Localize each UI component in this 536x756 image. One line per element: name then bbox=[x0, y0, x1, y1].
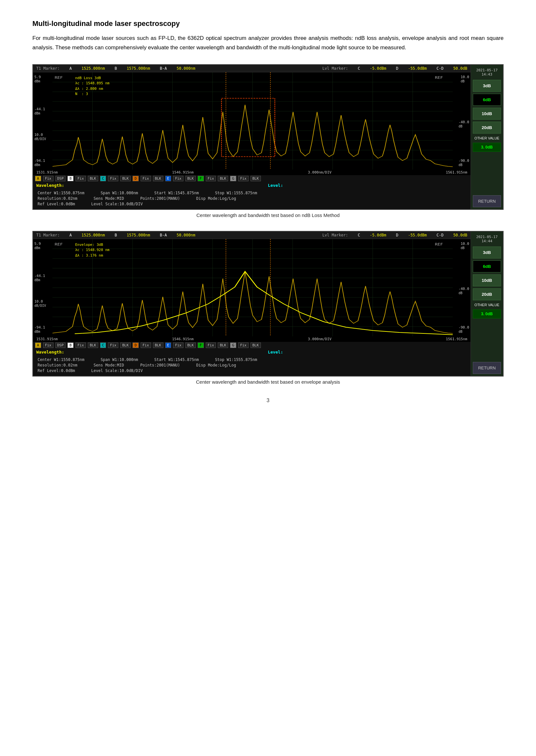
y-axis-left-2: 5.9dBm -44.1dBm 10.0dB/DIV -94.1dBm bbox=[33, 239, 52, 336]
t1-bval-2: 50.000nm bbox=[177, 233, 195, 237]
param-stop: Stop W1:1555.875nm bbox=[215, 191, 257, 195]
marker-g[interactable]: G bbox=[230, 176, 236, 181]
fix-label-2-5: Fix bbox=[173, 342, 184, 348]
lvl-dwl-2: -55.0dBm bbox=[408, 233, 427, 237]
chart-area-2: REF REF Envelope: 3dB λc : 1548.928 nm Δ… bbox=[52, 239, 453, 336]
sidebar-2: 2021-05-17 14:44 3dB 6dB 10dB 20dB OTHER… bbox=[471, 232, 503, 376]
param-stop-2: Stop W1:1555.875nm bbox=[215, 357, 257, 362]
info-line-4: N : 3 bbox=[75, 91, 110, 97]
blk-label-2: BLK bbox=[120, 176, 131, 181]
btn-20db-1[interactable]: 20dB bbox=[473, 122, 501, 134]
screen-header-1: T1 Marker: A 1525.000nm B 1575.000nm B-A… bbox=[33, 65, 471, 72]
fix-label-4: Fix bbox=[141, 176, 151, 181]
t1-bwl-2: 1575.000nm bbox=[127, 233, 150, 237]
lvl-ch-c: C bbox=[358, 66, 360, 71]
param-center-2: Center W1:1550.875nm bbox=[38, 357, 84, 362]
fix-label-2-1: Fix bbox=[43, 342, 53, 348]
svg-text:REF: REF bbox=[55, 243, 63, 246]
lvl-d: D bbox=[396, 66, 398, 71]
t1-b-2: B bbox=[115, 233, 117, 237]
return-btn-2[interactable]: RETURN bbox=[473, 362, 501, 374]
param-span: Span W1:10.000nm bbox=[101, 191, 138, 195]
t1-wl-2: 1525.000nm bbox=[81, 233, 105, 237]
marker-f-2[interactable]: F bbox=[198, 342, 204, 348]
x-left: 1531.915nm bbox=[36, 170, 58, 174]
lvl-dbm: -5.0dBm bbox=[370, 66, 386, 71]
marker-e-2[interactable]: E bbox=[165, 342, 171, 348]
marker-e[interactable]: E bbox=[165, 176, 171, 181]
marker-b[interactable]: B bbox=[67, 176, 74, 181]
y-top-2: 5.9dBm bbox=[34, 242, 51, 250]
btn-3db-2[interactable]: 3dB bbox=[473, 246, 501, 259]
info-line-2-1: Envelope: 3dB bbox=[75, 242, 110, 248]
dsp-label-1: DSP bbox=[55, 176, 66, 181]
lvl-dbm-2: -5.0dBm bbox=[370, 233, 386, 237]
param-start: Start W1:1545.875nm bbox=[154, 191, 199, 195]
yr-mid-2: -40.0dB bbox=[458, 287, 469, 295]
intro-paragraph: For multi-longitudinal mode laser source… bbox=[32, 34, 504, 53]
return-btn-1[interactable]: RETURN bbox=[473, 195, 501, 207]
x-axis-1: 1531.915nm 1546.915nm 3.000nm/DIV 1561.9… bbox=[33, 170, 471, 175]
params-row-2-2: Resolution:0.02nm Sens Mode:MID Points:2… bbox=[38, 363, 466, 368]
param-start-2: Start W1:1545.875nm bbox=[154, 357, 199, 362]
lvl-cd: C-D bbox=[437, 66, 444, 71]
btn-6db-1[interactable]: 6dB bbox=[473, 94, 501, 106]
x-left-2: 1531.915nm bbox=[36, 337, 58, 341]
marker-d[interactable]: D bbox=[133, 176, 139, 181]
fix-label-2-3: Fix bbox=[108, 342, 118, 348]
wavelength-label-2: Wavelength: bbox=[36, 350, 64, 354]
blk-label-2-6: BLK bbox=[251, 342, 261, 348]
blk-label-2-2: BLK bbox=[120, 342, 131, 348]
y-axis-right-1: 10.0dB -40.0dB -90.0dB bbox=[453, 72, 471, 170]
svg-text:REF: REF bbox=[435, 76, 443, 80]
marker-f[interactable]: F bbox=[198, 176, 204, 181]
marker-b-2[interactable]: B bbox=[67, 342, 74, 348]
params-row-2-1: Center W1:1550.875nm Span W1:10.000nm St… bbox=[38, 357, 466, 362]
marker-a-2[interactable]: A bbox=[35, 342, 41, 348]
param-ref: Ref Level:0.0dBm bbox=[38, 202, 75, 206]
param-span-2: Span W1:10.000nm bbox=[101, 357, 138, 362]
marker-g-2[interactable]: G bbox=[230, 342, 236, 348]
date-1: 2021-05-17 14:43 bbox=[473, 67, 501, 78]
y-axis-right-2: 10.0dB -40.0dB -90.0dB bbox=[453, 239, 471, 336]
info-line-2-3: Δλ : 3.176 nm bbox=[75, 253, 110, 259]
date-2: 2021-05-17 14:44 bbox=[473, 234, 501, 244]
params-row-1: Center W1:1550.875nm Span W1:10.000nm St… bbox=[38, 191, 466, 195]
blk-label-3: BLK bbox=[153, 176, 163, 181]
marker-a[interactable]: A bbox=[35, 176, 41, 181]
t1-marker-label: T1 Marker: bbox=[36, 66, 60, 71]
lvl-marker-label: Lvl Marker: bbox=[322, 66, 348, 71]
marker-c-2[interactable]: C bbox=[100, 342, 106, 348]
lvl-dwl: -55.0dBm bbox=[408, 66, 427, 71]
t1-ba-2: B-A bbox=[160, 233, 167, 237]
btn-20db-2[interactable]: 20dB bbox=[473, 288, 501, 300]
param-disp: Disp Mode:Log/Log bbox=[196, 196, 236, 201]
param-points: Points:2001(MANU) bbox=[140, 196, 180, 201]
btn-6db-2[interactable]: 6dB bbox=[473, 261, 501, 272]
param-res-2: Resolution:0.02nm bbox=[38, 363, 78, 368]
btn-3db-1[interactable]: 3dB bbox=[473, 80, 501, 92]
param-level-scale-2: Level Scale:10.0dB/DIV bbox=[91, 369, 143, 373]
btn-10db-2[interactable]: 10dB bbox=[473, 274, 501, 286]
other-label-1: OTHER VALUE bbox=[473, 135, 501, 141]
info-line-2-2: λc : 1548.928 nm bbox=[75, 247, 110, 253]
info-line-1: ndB Loss 3dB bbox=[75, 76, 110, 81]
t1-wl: 1525.000nm bbox=[81, 66, 105, 71]
param-disp-2: Disp Mode:Log/Log bbox=[196, 363, 236, 368]
y-axis-left-1: 5.9dBm -44.1dBm 10.0dB/DIV -94.1dBm bbox=[33, 72, 52, 170]
chart-area-1: REF REF ndB Loss 3dB λc : 1548.895 nm Δλ… bbox=[52, 72, 453, 170]
btn-10db-1[interactable]: 10dB bbox=[473, 108, 501, 120]
marker-c[interactable]: C bbox=[100, 176, 106, 181]
info-overlay-1: ndB Loss 3dB λc : 1548.895 nm Δλ : 2.800… bbox=[75, 76, 110, 97]
marker-bar-1: A Fix DSP B Fix BLK C Fix BLK D Fix BLK … bbox=[33, 175, 471, 182]
fix-label-2-4: Fix bbox=[141, 342, 151, 348]
fix-label-3: Fix bbox=[108, 176, 118, 181]
y-bot-2: -94.1dBm bbox=[34, 325, 51, 334]
blk-label-2-3: BLK bbox=[153, 342, 163, 348]
svg-rect-18 bbox=[221, 98, 275, 157]
screen-2: T1 Marker: A 1525.000nm B 1575.000nm B-A… bbox=[32, 231, 504, 377]
lvl-ch-c-2: C bbox=[358, 233, 360, 237]
marker-d-2[interactable]: D bbox=[133, 342, 139, 348]
param-sens-2: Sens Mode:MID bbox=[94, 363, 124, 368]
x-mid-2: 1546.915nm bbox=[172, 337, 193, 341]
